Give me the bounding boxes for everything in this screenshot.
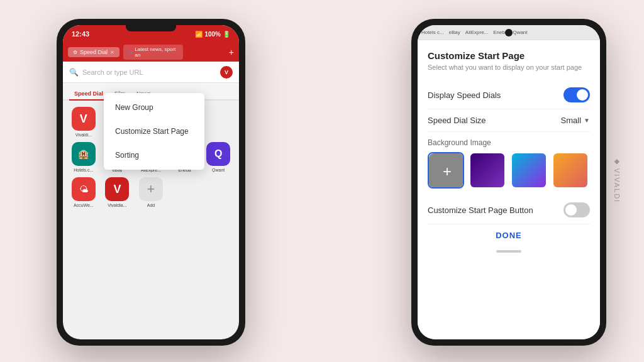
handle-bar <box>496 250 521 253</box>
speed-dial-size-row: Speed Dial Size Small ▼ <box>428 109 590 132</box>
sd-label-vivaldi1: Vivaldi... <box>75 133 92 137</box>
bg-thumb-3[interactable] <box>552 152 589 189</box>
wifi-icon: 📶 <box>195 31 203 38</box>
left-phone-notch <box>126 25 176 31</box>
menu-item-customize[interactable]: Customize Start Page <box>104 119 204 143</box>
context-menu: New Group Customize Start Page Sorting <box>104 93 204 170</box>
menu-item-new-group[interactable]: New Group <box>104 96 204 119</box>
menu-item-sorting[interactable]: Sorting <box>104 143 204 167</box>
sd-label-hotels: Hotels.c... <box>74 168 93 172</box>
speed-dial-size-label: Speed Dial Size <box>428 116 486 125</box>
vivaldi-diamond-icon: ◆ <box>613 159 621 165</box>
sd-label-qwant: Qwant <box>212 168 225 172</box>
status-time: 12:43 <box>72 30 89 38</box>
strip-ebay: eBay <box>449 30 460 35</box>
sd-icon-qwant: Q <box>206 142 230 166</box>
sd-icon-vivaldi3: V <box>105 177 129 201</box>
tab-close-icon[interactable]: ✕ <box>110 50 114 55</box>
sd-item-hotels[interactable]: 🏨 Hotels.c... <box>69 142 98 172</box>
bg-thumb-1[interactable] <box>469 152 506 189</box>
bg-gradient-blue <box>512 153 546 187</box>
search-icon: 🔍 <box>69 68 79 77</box>
left-phone: 12:43 📶 100% 🔋 ⚙ Speed Dial ✕ G Latest n… <box>57 19 245 346</box>
bg-add-button[interactable]: + <box>428 152 464 189</box>
bottom-handle <box>428 246 590 253</box>
sd-icon-vivaldi1: V <box>72 107 96 131</box>
bg-gradient-orange <box>553 153 587 187</box>
customize-start-page-btn-label: Customize Start Page Button <box>428 206 533 215</box>
add-tab-button[interactable]: + <box>229 47 234 57</box>
background-images: + <box>428 152 590 189</box>
address-placeholder[interactable]: Search or type URL <box>82 69 216 76</box>
right-phone-notch <box>505 29 513 36</box>
background-image-label: Background Image <box>428 138 590 147</box>
tab-g-icon: G <box>128 50 132 55</box>
left-phone-screen: 12:43 📶 100% 🔋 ⚙ Speed Dial ✕ G Latest n… <box>63 25 239 339</box>
address-bar: 🔍 Search or type URL V <box>63 62 239 83</box>
bg-thumb-2[interactable] <box>511 152 547 189</box>
battery-icon: 🔋 <box>223 31 230 38</box>
vivaldi-brand-text: VIVALDI <box>613 168 621 203</box>
sd-icon-add: + <box>139 177 163 201</box>
vivaldi-button[interactable]: V <box>220 66 233 79</box>
status-icons: 📶 100% 🔋 <box>195 31 230 38</box>
display-speed-dials-toggle[interactable] <box>564 87 590 102</box>
panel-subtitle: Select what you want to display on your … <box>428 63 590 71</box>
sd-item-qwant[interactable]: Q Qwant <box>204 142 233 172</box>
sd-item-vivaldi3[interactable]: V Vivaldla... <box>103 177 132 207</box>
strip-hotels: Hotels c... <box>421 30 444 35</box>
sd-label-vivaldi3: Vivaldla... <box>108 203 126 207</box>
tab-speed-dial-section[interactable]: Speed Dial <box>69 88 108 101</box>
tab-news-label: Latest news, sport an <box>135 47 178 58</box>
vivaldi-watermark: ◆ VIVALDI <box>613 159 621 203</box>
sd-item-accuweather[interactable]: 🌤 AccuWe... <box>69 177 98 207</box>
customize-start-page-btn-row: Customize Start Page Button <box>428 196 590 224</box>
bg-gradient-purple <box>470 153 504 187</box>
right-phone-screen: Hotels c... eBay AliExpre... Eneba Qwant… <box>418 25 600 339</box>
tab-news[interactable]: G Latest news, sport an <box>123 45 183 60</box>
tab-vivaldi-icon: ⚙ <box>73 50 77 55</box>
done-button-container: DONE <box>428 224 590 246</box>
customize-panel: Customize Start Page Select what you wan… <box>418 40 600 339</box>
battery-text: 100% <box>204 31 221 38</box>
done-button[interactable]: DONE <box>496 231 522 240</box>
tab-speed-dial-label: Speed Dial <box>80 49 108 55</box>
right-phone: Hotels c... eBay AliExpre... Eneba Qwant… <box>411 19 606 346</box>
display-speed-dials-label: Display Speed Dials <box>428 90 501 100</box>
tab-bar: ⚙ Speed Dial ✕ G Latest news, sport an + <box>63 43 239 62</box>
display-speed-dials-row: Display Speed Dials <box>428 81 590 109</box>
size-value: Small <box>561 116 582 125</box>
vivaldi-v-icon: V <box>225 69 228 75</box>
size-dropdown[interactable]: Small ▼ <box>561 116 590 125</box>
bg-add-icon: + <box>429 153 464 189</box>
strip-aliexpress: AliExpre... <box>465 30 488 35</box>
panel-title: Customize Start Page <box>428 50 590 61</box>
plus-icon: + <box>443 163 452 180</box>
sd-icon-accuweather: 🌤 <box>72 177 96 201</box>
sd-item-add[interactable]: + Add <box>136 177 165 207</box>
customize-start-page-toggle[interactable] <box>564 202 590 217</box>
tab-speed-dial[interactable]: ⚙ Speed Dial ✕ <box>68 47 119 57</box>
sd-label-accuweather: AccuWe... <box>74 203 94 207</box>
chevron-down-icon: ▼ <box>584 117 590 124</box>
sd-item-vivaldi1[interactable]: V Vivaldi... <box>69 107 98 137</box>
sd-icon-hotels: 🏨 <box>72 142 96 166</box>
sd-label-add: Add <box>147 203 155 207</box>
strip-qwant: Qwant <box>513 30 527 35</box>
